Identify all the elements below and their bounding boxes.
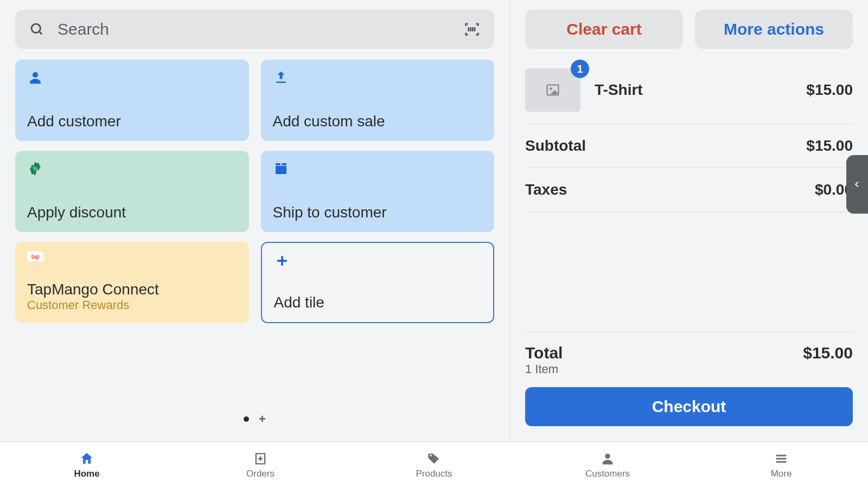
total-value: $15.00: [803, 344, 853, 362]
person-icon: [27, 69, 43, 86]
package-icon: [273, 160, 289, 177]
tile-grid: Add customer Add custom sale % Apply dis…: [15, 60, 494, 323]
cart-item[interactable]: 1 T-Shirt $15.00: [525, 68, 853, 124]
drawer-handle[interactable]: [846, 155, 868, 214]
bottom-nav: Home Orders Products Customers More: [0, 441, 868, 488]
svg-rect-9: [276, 163, 280, 165]
add-custom-sale-tile[interactable]: Add custom sale: [261, 60, 495, 141]
tile-label: Add custom sale: [273, 113, 483, 130]
search-input[interactable]: [58, 20, 464, 38]
tile-label: Add customer: [27, 113, 237, 130]
nav-more[interactable]: More: [694, 442, 868, 488]
catalog-panel: Add customer Add custom sale % Apply dis…: [0, 0, 509, 441]
add-customer-tile[interactable]: Add customer: [15, 60, 249, 141]
nav-orders[interactable]: Orders: [174, 442, 347, 488]
clear-cart-button[interactable]: Clear cart: [525, 10, 683, 49]
search-bar[interactable]: [15, 10, 494, 49]
chevron-left-icon: [853, 177, 861, 191]
item-name: T-Shirt: [595, 81, 806, 99]
item-price: $15.00: [806, 81, 853, 99]
svg-text:%: %: [33, 166, 38, 172]
total-item-count: 1 Item: [525, 362, 563, 376]
tapmango-app-icon: tap: [27, 252, 43, 261]
page-dot-active[interactable]: [244, 416, 249, 422]
item-thumbnail: 1: [525, 68, 580, 112]
svg-rect-8: [276, 166, 286, 174]
nav-products[interactable]: Products: [347, 442, 521, 488]
svg-rect-10: [282, 163, 286, 165]
checkout-button[interactable]: Checkout: [525, 387, 853, 426]
svg-point-14: [550, 87, 552, 90]
nav-label: Customers: [585, 468, 630, 479]
cart-panel: Clear cart More actions 1 T-Shirt $15.00…: [510, 0, 868, 441]
more-actions-button[interactable]: More actions: [695, 10, 853, 49]
page-indicator: +: [15, 412, 494, 426]
taxes-row[interactable]: Taxes $0.00: [525, 168, 853, 212]
taxes-label: Taxes: [525, 181, 567, 198]
subtotal-label: Subtotal: [525, 137, 586, 155]
total-row: Total 1 Item $15.00: [525, 344, 853, 376]
customers-icon: [600, 451, 615, 466]
plus-icon: [274, 253, 290, 269]
tile-label: Add tile: [274, 294, 482, 311]
upload-icon: [273, 69, 289, 86]
search-icon: [29, 22, 44, 37]
tile-label: Apply discount: [27, 204, 237, 221]
add-page-button[interactable]: +: [259, 412, 266, 426]
tile-label: Ship to customer: [273, 204, 483, 221]
svg-point-15: [430, 454, 432, 457]
apply-discount-tile[interactable]: % Apply discount: [15, 151, 249, 232]
nav-customers[interactable]: Customers: [521, 442, 694, 488]
subtotal-value: $15.00: [806, 137, 853, 155]
svg-point-6: [33, 72, 38, 78]
nav-home[interactable]: Home: [0, 442, 174, 488]
svg-line-1: [39, 31, 42, 34]
discount-badge-icon: %: [27, 160, 43, 177]
cart-items-list: 1 T-Shirt $15.00: [525, 68, 853, 124]
nav-label: Home: [74, 468, 99, 479]
nav-label: Orders: [246, 468, 275, 479]
add-tile-button[interactable]: Add tile: [261, 242, 495, 323]
total-label: Total: [525, 344, 563, 362]
svg-point-16: [605, 453, 610, 458]
home-icon: [79, 451, 94, 466]
subtotal-row: Subtotal $15.00: [525, 124, 853, 168]
menu-icon: [774, 451, 789, 466]
image-placeholder-icon: [544, 82, 561, 98]
nav-label: Products: [416, 468, 452, 479]
svg-point-0: [31, 24, 40, 33]
ship-to-customer-tile[interactable]: Ship to customer: [261, 151, 495, 232]
tapmango-tile[interactable]: tap TapMango Connect Customer Rewards: [15, 242, 249, 323]
nav-label: More: [771, 468, 792, 479]
barcode-scan-icon[interactable]: [464, 21, 480, 37]
item-qty-badge: 1: [571, 60, 589, 78]
tile-sublabel: Customer Rewards: [27, 298, 237, 312]
orders-icon: [253, 451, 268, 466]
tile-label: TapMango Connect: [27, 281, 237, 298]
products-tag-icon: [426, 451, 442, 466]
